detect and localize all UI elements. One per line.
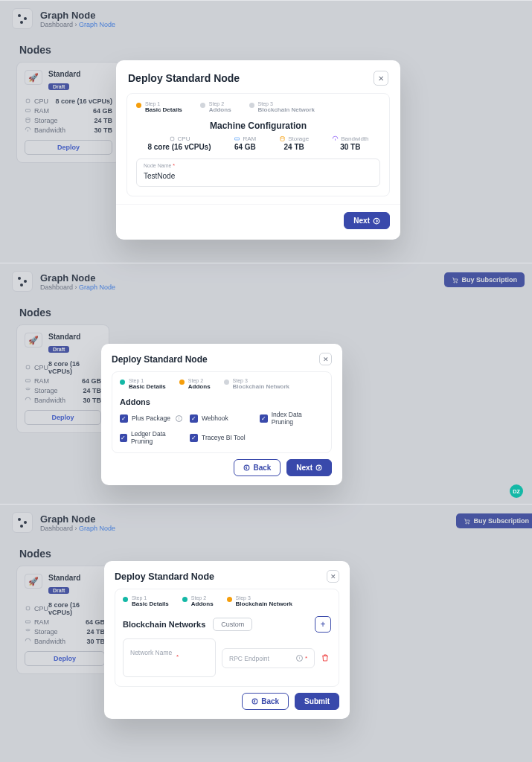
addon-index-pruning[interactable]: ✓Index Data Pruning [260, 411, 324, 426]
step-dot-active [227, 597, 232, 602]
modal-title: Deploy Standard Node [112, 354, 208, 365]
checkbox-icon: ✓ [120, 434, 127, 442]
custom-tag[interactable]: Custom [213, 618, 252, 631]
addon-plus-package[interactable]: ✓Plus Packagei [120, 411, 184, 426]
deploy-modal-step1: Deploy Standard Node ✕ Step 1Basic Detai… [116, 60, 400, 240]
checkbox-icon: ✓ [190, 414, 198, 423]
addon-webhook[interactable]: ✓Webhook [190, 411, 254, 426]
network-name-field[interactable]: * [123, 638, 216, 677]
network-name-input[interactable] [130, 649, 208, 656]
node-name-input[interactable] [144, 172, 373, 180]
checkbox-icon: ✓ [120, 414, 128, 423]
delete-row-button[interactable] [321, 653, 331, 662]
step-dot-active [179, 380, 185, 385]
avatar-badge[interactable]: DZ [510, 484, 523, 498]
arrow-right-icon [315, 464, 322, 471]
arrow-left-icon [251, 698, 258, 705]
close-button[interactable]: ✕ [319, 353, 332, 365]
step-dot-done [182, 597, 188, 602]
svg-rect-3 [170, 137, 174, 141]
addons-grid: ✓Plus Packagei ✓Webhook ✓Index Data Prun… [120, 411, 324, 445]
svg-point-13 [316, 465, 321, 470]
blockchain-title: Blockchain Networks [123, 620, 205, 629]
bandwidth-icon [332, 135, 339, 142]
svg-point-12 [245, 465, 250, 470]
cpu-icon [169, 135, 176, 142]
modal-title: Deploy Standard Node [128, 72, 240, 84]
rpc-endpoint-input[interactable] [229, 655, 292, 662]
close-button[interactable]: ✕ [327, 570, 339, 583]
checkbox-icon: ✓ [190, 434, 198, 442]
next-button[interactable]: Next [286, 459, 332, 476]
svg-rect-4 [235, 138, 240, 140]
ram-icon [234, 135, 240, 142]
svg-point-5 [281, 137, 284, 138]
step-dot-pending [249, 103, 254, 108]
add-network-button[interactable]: + [315, 616, 331, 633]
deploy-modal-step2: Deploy Standard Node ✕ Step 1Basic Detai… [101, 344, 342, 485]
arrow-left-icon [243, 464, 250, 471]
back-button[interactable]: Back [242, 693, 289, 710]
step-dot-active [136, 103, 141, 108]
modal-title: Deploy Standard Node [115, 572, 214, 582]
storage-icon [279, 135, 286, 142]
step-dot-pending [200, 103, 205, 108]
stepper: Step 1Basic Details Step 2Addons Step 3B… [136, 101, 380, 113]
back-button[interactable]: Back [234, 459, 281, 476]
step-dot-pending [224, 380, 229, 385]
addon-traceye[interactable]: ✓Traceye BI Tool [190, 430, 254, 445]
node-name-field[interactable]: Node Name * [136, 159, 380, 187]
step-dot-done [120, 380, 125, 385]
deploy-modal-step3: Deploy Standard Node ✕ Step 1Basic Detai… [104, 561, 350, 719]
svg-point-6 [374, 218, 379, 224]
info-icon[interactable]: i [296, 655, 303, 662]
svg-point-19 [252, 699, 257, 704]
machine-config-title: Machine Configuration [136, 121, 380, 131]
close-button[interactable]: ✕ [374, 71, 388, 86]
info-icon[interactable]: i [176, 415, 182, 422]
addon-ledger-pruning[interactable]: ✓Ledger Data Pruning [120, 430, 184, 445]
next-button[interactable]: Next [344, 212, 390, 229]
step-dot-done [123, 597, 128, 602]
arrow-right-icon [373, 217, 380, 225]
addons-title: Addons [120, 397, 324, 406]
checkbox-icon: ✓ [260, 414, 268, 423]
submit-button[interactable]: Submit [295, 693, 339, 710]
rpc-endpoint-field[interactable]: i* [222, 648, 315, 668]
trash-icon [321, 653, 330, 662]
